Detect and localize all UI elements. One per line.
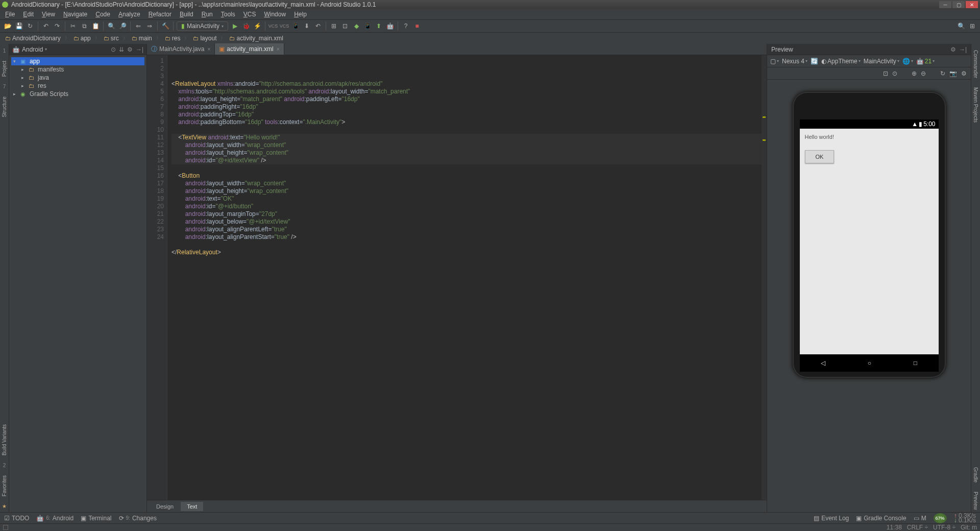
menu-refactor[interactable]: Refactor [145, 10, 175, 19]
code-editor[interactable]: <RelativeLayout xmlns:android="http://sc… [167, 55, 767, 500]
save-icon[interactable]: 💾 [14, 21, 23, 31]
menu-edit[interactable]: Edit [20, 10, 37, 19]
line-separator[interactable]: CRLF ÷ [907, 524, 928, 531]
refresh-icon[interactable]: ↻ [940, 70, 945, 77]
zoom-out-icon[interactable]: ⊖ [921, 70, 926, 77]
debug-icon[interactable]: 🐞 [241, 21, 251, 31]
maximize-button[interactable]: ▢ [952, 1, 965, 8]
menu-run[interactable]: Run [199, 10, 216, 19]
design-tab[interactable]: Design [150, 502, 180, 511]
collapse-icon[interactable]: ⇊ [119, 46, 124, 53]
tree-node-manifests[interactable]: ▸ 🗀 manifests [11, 65, 144, 74]
git-branch[interactable]: Git: m [961, 524, 977, 531]
editor-tab[interactable]: ▣activity_main.xml× [215, 43, 284, 55]
breadcrumb-item[interactable]: 🗀app [71, 34, 93, 42]
tree-node-app[interactable]: ▾ ▣ app [11, 57, 144, 65]
zoom-in-icon[interactable]: ⊕ [912, 70, 917, 77]
sdk-manager-icon[interactable]: ⬇ [302, 21, 311, 31]
theme-dropdown[interactable]: ◐ AppTheme [821, 58, 861, 65]
breadcrumb-item[interactable]: 🗀src [102, 34, 121, 42]
menu-file[interactable]: File [2, 10, 18, 19]
expand-arrow-icon[interactable]: ▸ [21, 75, 27, 80]
project-view-selector[interactable]: 🤖 Android ▾ [12, 46, 47, 53]
text-tab[interactable]: Text [181, 502, 203, 511]
stop-icon[interactable]: ■ [412, 21, 422, 31]
help-icon[interactable]: ? [401, 21, 410, 31]
changes-tool-button[interactable]: ⟳9:Changes [119, 515, 157, 522]
breadcrumb-item[interactable]: 🗀AndroidDictionary [3, 34, 63, 42]
menu-help[interactable]: Help [291, 10, 310, 19]
android-robot-icon[interactable]: ⬆ [374, 21, 383, 31]
tool-window-toggle-icon[interactable] [3, 525, 8, 530]
memory-badge[interactable]: 67% [934, 513, 947, 523]
expand-arrow-icon[interactable]: ▸ [13, 91, 18, 96]
menu-view[interactable]: View [39, 10, 58, 19]
menu-window[interactable]: Window [261, 10, 289, 19]
close-button[interactable]: ✕ [966, 1, 978, 8]
build-icon[interactable]: 🔨 [161, 21, 170, 31]
undo-icon[interactable]: ↶ [41, 21, 51, 31]
copy-icon[interactable]: ⧉ [80, 21, 89, 31]
android-robot-icon[interactable]: ◆ [352, 21, 361, 31]
menu-navigate[interactable]: Navigate [60, 10, 90, 19]
gradle-console-button[interactable]: ▣Gradle Console [856, 515, 906, 522]
terminal-tool-button[interactable]: ▣Terminal [81, 515, 111, 522]
attach-debugger-icon[interactable]: ⚡ [253, 21, 262, 31]
ddms-icon[interactable]: ↶ [313, 21, 323, 31]
device-dropdown[interactable]: Nexus 4 [782, 58, 807, 65]
close-tab-icon[interactable]: × [207, 46, 210, 52]
hide-icon[interactable]: →| [136, 46, 143, 53]
zoom-actual-icon[interactable]: ⊙ [892, 70, 897, 77]
gradle-tool-button[interactable]: Gradle [973, 465, 978, 485]
android-robot-icon[interactable]: 🤖 [385, 21, 395, 31]
sync-icon[interactable]: ↻ [26, 21, 35, 31]
marker[interactable] [763, 139, 766, 141]
minimize-button[interactable]: ─ [939, 1, 951, 8]
preview-tool-button[interactable]: Preview [973, 490, 978, 512]
expand-arrow-icon[interactable]: ▸ [21, 67, 27, 72]
tree-node-gradle-scripts[interactable]: ▸ ◉ Gradle Scripts [11, 90, 144, 98]
settings-icon[interactable]: ⚙ [961, 70, 967, 77]
render-config-dropdown[interactable]: ▢ [770, 58, 779, 65]
open-icon[interactable]: 📂 [3, 21, 12, 31]
expand-arrow-icon[interactable]: ▸ [21, 83, 27, 88]
breadcrumb-item[interactable]: 🗀layout [191, 34, 218, 42]
android-tool-button[interactable]: 🤖6:Android [36, 515, 74, 522]
activity-dropdown[interactable]: MainActivity [864, 58, 899, 65]
avd-manager-icon[interactable]: 📱 [291, 21, 300, 31]
tool-icon[interactable]: 📱 [363, 21, 372, 31]
forward-icon[interactable]: ⇒ [145, 21, 154, 31]
tree-node-res[interactable]: ▸ 🗀 res [11, 82, 144, 90]
menu-code[interactable]: Code [92, 10, 113, 19]
settings-icon[interactable]: ⊞ [968, 21, 977, 31]
event-log-button[interactable]: ▤Event Log [814, 515, 849, 522]
redo-icon[interactable]: ↷ [53, 21, 62, 31]
screenshot-icon[interactable]: 📷 [949, 70, 957, 77]
menu-vcs[interactable]: VCS [240, 10, 259, 19]
project-tree[interactable]: ▾ ▣ app ▸ 🗀 manifests ▸ 🗀 java ▸ 🗀 res ▸ [9, 55, 146, 100]
breadcrumb-item[interactable]: 🗀activity_main.xml [227, 34, 285, 42]
find-icon[interactable]: 🔍 [107, 21, 116, 31]
zoom-fit-icon[interactable]: ⊡ [883, 70, 888, 77]
vcs-icon[interactable]: VCS [268, 21, 278, 31]
cut-icon[interactable]: ✂ [68, 21, 78, 31]
breadcrumb-item[interactable]: 🗀main [130, 34, 154, 42]
hide-icon[interactable]: →| [959, 46, 967, 53]
tool-icon[interactable]: ⊡ [340, 21, 350, 31]
search-everywhere-icon[interactable]: 🔍 [957, 21, 966, 31]
locale-dropdown[interactable]: 🌐 [902, 58, 913, 65]
back-icon[interactable]: ⇐ [134, 21, 143, 31]
marker[interactable] [763, 116, 766, 118]
vcs-update-icon[interactable]: VCS [280, 21, 289, 31]
editor-tab[interactable]: ⒿMainActivity.java× [147, 43, 215, 55]
paste-icon[interactable]: 📋 [91, 21, 100, 31]
tool-icon[interactable]: ⊞ [329, 21, 338, 31]
encoding[interactable]: UTF-8 ÷ [933, 524, 955, 531]
favorites-tool-button[interactable]: Favorites [2, 473, 7, 498]
commander-tool-button[interactable]: Commander [973, 48, 978, 80]
orientation-button[interactable]: 🔄 [811, 58, 818, 65]
menu-analyze[interactable]: Analyze [115, 10, 143, 19]
breadcrumb-item[interactable]: 🗀res [163, 34, 183, 42]
menu-tools[interactable]: Tools [218, 10, 238, 19]
close-tab-icon[interactable]: × [277, 46, 280, 52]
